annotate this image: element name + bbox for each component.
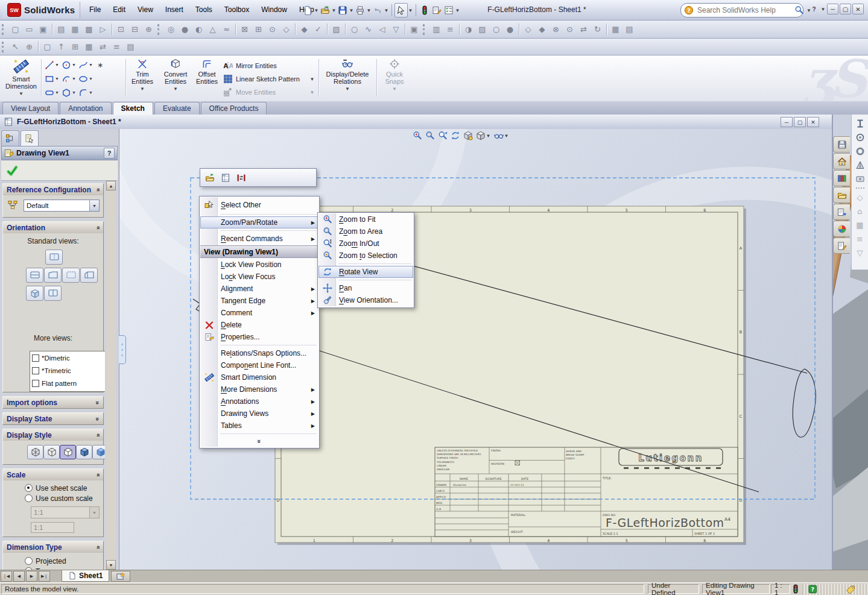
close-button[interactable]: ✕ (852, 4, 864, 14)
menu-edit[interactable]: Edit (107, 0, 131, 20)
scroll-up-button[interactable]: ▲ (106, 181, 116, 190)
grid-plus-icon[interactable]: ⊞ (68, 40, 82, 54)
autodimension-icon[interactable]: ⇄ (577, 23, 591, 36)
open-button[interactable] (319, 4, 331, 17)
display-delete-relations-button[interactable]: Display/Delete Relations ▼ (322, 58, 373, 92)
toolbar-grip[interactable] (157, 24, 161, 35)
sketch-slot-button[interactable]: ▼ (45, 88, 59, 98)
detail-view-icon[interactable]: ○ (347, 23, 361, 36)
section-header[interactable]: Display Style » (3, 429, 103, 441)
print-button[interactable] (354, 4, 366, 17)
geometric-tolerance-icon[interactable]: ⊠ (238, 23, 252, 36)
pattern-dropdown-icon[interactable]: ▼ (309, 77, 315, 82)
show-edge-icon[interactable]: ● (503, 23, 517, 36)
next-sheet-button[interactable]: ▶ (26, 571, 37, 582)
select-arrow-icon[interactable]: ↖ (8, 40, 22, 54)
view-back-button[interactable] (80, 268, 98, 283)
apparel-icon[interactable]: ◇ (853, 190, 867, 204)
combo-dropdown-icon[interactable]: ▼ (89, 200, 99, 211)
context-lock-view-position[interactable]: Lock View Position (200, 259, 318, 271)
sketch-ellipse-button[interactable]: ▼ (78, 74, 93, 84)
section-header[interactable]: Dimension Type » (3, 541, 103, 553)
zoom-fit-button[interactable] (413, 131, 422, 140)
projected-view-icon[interactable]: ⊟ (128, 23, 142, 36)
toolbar-grip[interactable] (2, 42, 5, 52)
offset-entities-button[interactable]: Offset Entities (193, 58, 221, 85)
sketch-arc-button[interactable]: ▼ (62, 74, 76, 84)
sketch-point-button[interactable]: ∗ (95, 60, 105, 70)
view-right-button[interactable] (62, 268, 80, 283)
view-top-button[interactable] (26, 268, 43, 283)
standard-3view-icon[interactable]: ▣ (407, 23, 421, 36)
document-icon[interactable]: ▢ (40, 40, 54, 54)
context-recent-commands[interactable]: Recent Commands▶ (200, 233, 318, 245)
sketch-rectangle-button[interactable]: ▼ (45, 74, 59, 84)
collapse-icon[interactable]: » (94, 187, 101, 191)
sketch-line-button[interactable]: ▼ (45, 60, 59, 70)
ordinate-dimension-icon[interactable]: ◆ (535, 23, 549, 36)
tab-annotation[interactable]: Annotation (60, 102, 111, 115)
more-view-item[interactable]: *Dimetric (30, 351, 105, 364)
radio-use-custom-scale[interactable]: Use custom scale (25, 493, 103, 503)
display-style-shaded[interactable] (92, 445, 105, 459)
more-view-item[interactable]: *Trimetric (30, 364, 105, 377)
hide-edge-icon[interactable]: ○ (489, 23, 503, 36)
checkbox[interactable] (32, 354, 39, 362)
view-isometric-button[interactable] (26, 286, 43, 301)
convert-entities-button[interactable]: Convert Entities ▼ (159, 58, 192, 92)
sketch-line-dropdown-icon[interactable]: ▼ (55, 63, 59, 67)
bom-table-icon[interactable]: ▩ (82, 23, 96, 36)
smart-dimension-button[interactable]: Smart Dimension ▼ (4, 58, 39, 96)
model-items-icon[interactable]: ◆ (297, 23, 311, 36)
radio-icon[interactable] (25, 494, 33, 502)
context-delete[interactable]: Delete (200, 319, 318, 331)
toolbar-grip[interactable] (2, 24, 5, 35)
sketch-arc-dropdown-icon[interactable]: ▼ (72, 77, 76, 81)
sketch-polygon-dropdown-icon[interactable]: ▼ (72, 90, 76, 95)
menu-file[interactable]: File (83, 0, 107, 20)
flip-view-icon[interactable] (235, 171, 247, 184)
zoom-area-button[interactable] (425, 131, 435, 140)
feature-manager-tab[interactable] (1, 130, 19, 146)
undo-button-dropdown-icon[interactable]: ▼ (384, 8, 389, 13)
chamfer-dimension-icon[interactable]: ⊙ (563, 23, 577, 36)
doc-restore-button[interactable]: ▢ (794, 117, 806, 127)
bearing-icon[interactable] (853, 130, 867, 144)
save-button[interactable] (337, 4, 349, 17)
panel-splitter-handle[interactable]: ‹‹‹ (119, 335, 126, 364)
revision-table-icon[interactable]: ▤ (622, 23, 636, 36)
grid-system-icon[interactable]: ≡ (853, 232, 867, 246)
trim-dropdown-icon[interactable]: ▼ (140, 86, 145, 92)
ok-checkmark-button[interactable] (6, 165, 18, 176)
relations-dropdown-icon[interactable]: ▼ (345, 86, 350, 92)
context-component-line-font[interactable]: Component Line Font... (200, 359, 318, 371)
linear-sketch-pattern-button[interactable]: Linear Sketch Pattern ▼ (223, 72, 315, 86)
more-views-listbox[interactable]: *Dimetric*TrimetricFlat pattern (30, 351, 105, 392)
weld-symbol-icon[interactable]: ≈ (220, 23, 233, 36)
save-button-dropdown-icon[interactable]: ▼ (349, 8, 354, 13)
context-tangent-edge[interactable]: Tangent Edge▶ (200, 295, 318, 307)
toolbar-grip[interactable] (423, 24, 426, 35)
select-tool-button[interactable] (394, 3, 408, 17)
context-relations-snaps-options[interactable]: Relations/Snaps Options... (200, 347, 318, 359)
tab-office-products[interactable]: Office Products (201, 102, 267, 115)
sheet-format-icon[interactable]: ▭ (22, 23, 36, 36)
section-header[interactable]: Display State » (3, 413, 103, 424)
view-front-button[interactable] (45, 250, 63, 265)
collapse-icon[interactable]: » (94, 473, 101, 476)
submenu-view-orientation[interactable]: View Orientation... (318, 294, 413, 306)
context-comment[interactable]: Comment▶ (200, 307, 318, 319)
datum-feature-icon[interactable]: ⊞ (252, 23, 265, 36)
tab-evaluate[interactable]: Evaluate (154, 102, 200, 115)
minimize-button[interactable]: ─ (827, 4, 838, 14)
undo-button[interactable] (372, 4, 384, 17)
configuration-combobox[interactable]: Default ▼ (24, 200, 100, 212)
dimension-palette-icon[interactable]: ◇ (521, 23, 535, 36)
task-pane-tab-file-explorer[interactable] (833, 187, 850, 203)
auto-balloon-icon[interactable]: ● (178, 23, 192, 36)
doc-close-button[interactable]: ✕ (807, 117, 819, 127)
task-pane-tab-custom-properties[interactable] (833, 238, 850, 254)
model-view-icon[interactable]: ⊡ (114, 23, 128, 36)
grid-icon[interactable]: ▦ (82, 40, 96, 54)
maximize-button[interactable]: ▢ (840, 4, 851, 14)
